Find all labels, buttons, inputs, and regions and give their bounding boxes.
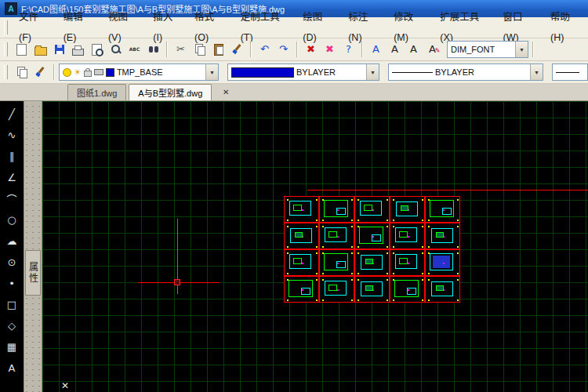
drawing-thumbnail[interactable]	[390, 223, 425, 249]
construction-line[interactable]	[307, 190, 588, 191]
lineweight-combo[interactable]	[552, 64, 588, 81]
cut-icon: ✂	[175, 43, 187, 56]
drawing-thumbnail[interactable]	[354, 276, 390, 303]
close-drawing-button[interactable]: ✕	[220, 85, 232, 98]
properties-palette-tab[interactable]: 属性	[25, 250, 41, 296]
drawing-thumbnail[interactable]	[425, 223, 460, 249]
redo-button[interactable]: ↷	[274, 41, 292, 59]
save-file-icon	[55, 45, 64, 54]
ellipse-tool-button[interactable]: ⊙	[2, 252, 21, 271]
undo-icon: ↶	[259, 43, 271, 56]
line-tool-icon: ╱	[9, 108, 15, 120]
menubar-grip[interactable]	[4, 20, 8, 34]
point-tool-button[interactable]: •	[2, 274, 21, 292]
revcloud-tool-icon: ☁	[7, 235, 17, 247]
thumbnail-markers	[322, 252, 324, 254]
toolbar-separator	[532, 42, 534, 57]
drawing-thumbnail[interactable]	[284, 276, 319, 303]
layer-on-icon	[63, 68, 71, 77]
paste-icon	[212, 43, 225, 56]
thumbnail-markers	[287, 199, 289, 201]
spell-check-button[interactable]: ABC	[125, 41, 143, 59]
rectangle-tool-button[interactable]: □	[2, 295, 21, 314]
layer-states-button[interactable]	[31, 64, 49, 82]
drawing-thumbnail[interactable]	[319, 223, 354, 249]
drawing-thumbnail[interactable]	[284, 249, 319, 276]
menu-help[interactable]: 帮助(H)	[543, 7, 588, 48]
thumbnail-markers	[287, 226, 289, 227]
color-combo[interactable]: BYLAYER ▼	[227, 64, 379, 81]
thumbnail-markers	[393, 199, 394, 201]
layer-combo[interactable]: ☀ TMP_BASE ▼	[59, 64, 219, 81]
drawing-thumbnail[interactable]	[354, 249, 390, 276]
match-properties-button[interactable]	[228, 41, 246, 59]
layer-properties-button[interactable]	[13, 64, 31, 82]
cancel-button[interactable]: ✖	[321, 41, 339, 59]
drawing-thumbnail[interactable]	[390, 249, 425, 276]
edit-text-button[interactable]: A	[423, 41, 441, 59]
hatch-tool-button[interactable]: ▦	[2, 337, 21, 356]
layers-icon	[16, 66, 28, 78]
drawing-thumbnail[interactable]	[319, 276, 354, 303]
point-tool-icon: •	[9, 278, 15, 289]
drawing-thumbnail[interactable]	[425, 276, 460, 303]
spline-tool-button[interactable]: ∿	[2, 125, 21, 144]
chevron-down-icon[interactable]: ▼	[530, 64, 543, 80]
thumbnail-markers	[358, 279, 359, 281]
tab-图纸1.dwg[interactable]: 图纸1.dwg	[67, 84, 126, 100]
drawing-thumbnail[interactable]	[319, 249, 354, 276]
drawing-thumbnail[interactable]	[284, 196, 319, 223]
chevron-down-icon[interactable]: ▼	[366, 64, 379, 80]
drawing-thumbnail[interactable]	[425, 196, 460, 223]
paste-button[interactable]	[209, 41, 227, 59]
drawing-thumbnail[interactable]	[284, 223, 319, 249]
properties-palette-strip: 属性	[24, 101, 42, 392]
chevron-down-icon[interactable]: ▼	[515, 42, 528, 57]
chevron-down-icon[interactable]: ▼	[205, 64, 218, 80]
drawing-thumbnail[interactable]	[390, 276, 425, 303]
help-button[interactable]: ?	[339, 41, 358, 59]
line-tool-button[interactable]: ╱	[2, 104, 21, 123]
multiline-text-icon: A	[408, 43, 420, 56]
text-tool-icon: A	[9, 362, 16, 374]
polygon-tool-button[interactable]: ◇	[2, 316, 21, 335]
linetype-combo[interactable]: BYLAYER ▼	[388, 64, 543, 81]
erase-button[interactable]: ✖	[302, 41, 320, 59]
revcloud-tool-button[interactable]: ☁	[2, 231, 21, 250]
text-style-button[interactable]: A	[367, 41, 385, 59]
search-button[interactable]	[144, 41, 162, 59]
drawing-canvas[interactable]: ✕	[42, 101, 588, 392]
drawing-thumbnail[interactable]	[390, 196, 425, 223]
thumbnail-markers	[428, 226, 430, 227]
multiline-text-button[interactable]: A	[405, 41, 423, 59]
drawing-tabs: 图纸1.dwgA与B型别墅.dwg	[67, 84, 213, 100]
help-icon: ?	[343, 43, 355, 56]
dim-font-combo[interactable]: DIM_FONT ▼	[447, 41, 528, 58]
tab-A与B型别墅.dwg[interactable]: A与B型别墅.dwg	[129, 84, 212, 100]
drawing-thumbnail[interactable]	[354, 196, 390, 223]
polygon-tool-icon: ◇	[8, 320, 16, 332]
match-properties-icon	[231, 43, 244, 56]
cut-button[interactable]: ✂	[172, 41, 190, 59]
single-line-text-button[interactable]: A	[386, 41, 404, 59]
print-preview-button[interactable]	[88, 41, 106, 59]
multiline-tool-button[interactable]: ∥	[2, 147, 21, 165]
find-button[interactable]	[107, 41, 125, 59]
drawing-thumbnail[interactable]	[354, 223, 390, 249]
undo-button[interactable]: ↶	[256, 41, 274, 59]
open-file-button[interactable]	[31, 41, 49, 59]
drawing-thumbnail[interactable]	[425, 249, 460, 276]
print-button[interactable]	[69, 41, 87, 59]
layer-combo-value: TMP_BASE	[117, 67, 163, 77]
text-tool-button[interactable]: A	[2, 358, 21, 377]
new-file-button[interactable]	[13, 41, 31, 59]
circle-tool-button[interactable]: ○	[2, 210, 21, 229]
copy-button[interactable]	[191, 41, 209, 59]
toolbar2-grip[interactable]	[4, 65, 8, 79]
toolbar1-grip[interactable]	[4, 42, 8, 56]
arc-tool-button[interactable]: ⌒	[2, 189, 21, 208]
drawing-thumbnail[interactable]	[319, 196, 354, 223]
save-file-button[interactable]	[50, 41, 68, 59]
polyline-tool-button[interactable]: ∠	[2, 168, 21, 187]
linetype-sample-icon	[392, 72, 433, 73]
